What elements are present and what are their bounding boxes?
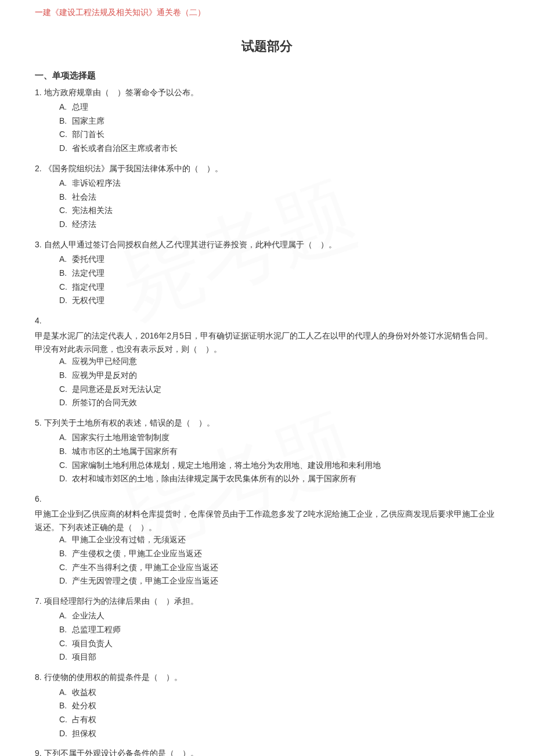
question-stem: 8. 行使物的使用权的前提条件是（ ）。 — [35, 671, 499, 683]
question: 8. 行使物的使用权的前提条件是（ ）。A.收益权B.处分权C.占有权D.担保权 — [35, 671, 499, 740]
question: 7. 项目经理部行为的法律后果由（ ）承担。A.企业法人B.总监理工程师C.项目… — [35, 595, 499, 664]
question-stem: 6. — [35, 492, 499, 505]
option-letter: A. — [59, 534, 72, 546]
option-text: 项目负责人 — [72, 639, 113, 648]
option: D.无权代理 — [59, 294, 499, 307]
question-stem-text: 行使物的使用权的前提条件是（ ）。 — [44, 672, 182, 682]
option: B.应视为甲是反对的 — [59, 369, 499, 382]
option-letter: D. — [59, 294, 72, 307]
option-text: 总监理工程师 — [72, 625, 121, 634]
option-letter: B. — [59, 624, 72, 636]
question: 9. 下列不属于外观设计必备条件的是（ ）。A.对产品的外表所作的设计B.适合于… — [35, 747, 499, 756]
question-number: 5. — [35, 418, 44, 427]
option-text: 应视为甲已经同意 — [72, 357, 137, 366]
option-letter: B. — [59, 548, 72, 560]
question-stem: 7. 项目经理部行为的法律后果由（ ）承担。 — [35, 595, 499, 607]
option: C.是同意还是反对无法认定 — [59, 383, 499, 396]
option-text: 是同意还是反对无法认定 — [72, 384, 161, 394]
question-number: 1. — [35, 88, 44, 97]
option-letter: B. — [59, 700, 72, 712]
question-number: 6. — [35, 494, 42, 503]
question-stem: 4. — [35, 314, 499, 327]
option: C.产生不当得利之债，甲施工企业应当返还 — [59, 561, 499, 574]
option: B.法定代理 — [59, 267, 499, 280]
question: 3. 自然人甲通过签订合同授权自然人乙代理其进行证券投资，此种代理属于（ ）。A… — [35, 238, 499, 307]
option-letter: C. — [59, 638, 72, 650]
option-text: 国家编制土地利用总体规划，规定土地用途，将土地分为农用地、建设用地和未利用地 — [72, 460, 381, 470]
option-text: 处分权 — [72, 701, 96, 710]
option-letter: D. — [59, 473, 72, 485]
option-text: 法定代理 — [72, 268, 104, 278]
option-text: 应视为甲是反对的 — [72, 370, 137, 380]
option-text: 非诉讼程序法 — [72, 178, 121, 188]
option-letter: D. — [59, 651, 72, 664]
option-letter: A. — [59, 431, 72, 444]
option: D.所签订的合同无效 — [59, 397, 499, 409]
option-letter: C. — [59, 561, 72, 574]
option-letter: C. — [59, 714, 72, 726]
options-list: A.企业法人B.总监理工程师C.项目负责人D.项目部 — [35, 610, 499, 664]
option: A.收益权 — [59, 686, 499, 699]
options-list: A.委托代理B.法定代理C.指定代理D.无权代理 — [35, 253, 499, 307]
option: A.总理 — [59, 101, 499, 114]
question: 1. 地方政府规章由（ ）签署命令予以公布。A.总理B.国家主席C.部门首长D.… — [35, 86, 499, 155]
option-letter: C. — [59, 281, 72, 294]
option: A.甲施工企业没有过错，无须返还 — [59, 534, 499, 546]
option: A.国家实行土地用途管制制度 — [59, 431, 499, 444]
option-text: 指定代理 — [72, 282, 104, 291]
option: B.处分权 — [59, 700, 499, 712]
option-text: 宪法相关法 — [72, 206, 113, 215]
option: D.省长或者自治区主席或者市长 — [59, 142, 499, 155]
option: A.委托代理 — [59, 253, 499, 266]
option-letter: A. — [59, 253, 72, 266]
option-letter: D. — [59, 575, 72, 588]
option-letter: A. — [59, 101, 72, 114]
option-text: 委托代理 — [72, 254, 104, 264]
option: C.宪法相关法 — [59, 204, 499, 217]
option-letter: C. — [59, 459, 72, 472]
section-title: 一、单项选择题 — [35, 69, 499, 82]
question-number: 7. — [35, 596, 44, 606]
option-letter: B. — [59, 369, 72, 382]
question: 5. 下列关于土地所有权的表述，错误的是（ ）。A.国家实行土地用途管制制度B.… — [35, 416, 499, 485]
question-body: 甲施工企业到乙供应商的材料仓库提货时，仓库保管员由于工作疏忽多发了2吨水泥给施工… — [35, 507, 499, 534]
option-letter: A. — [59, 177, 72, 190]
options-list: A.收益权B.处分权C.占有权D.担保权 — [35, 686, 499, 740]
option-text: 经济法 — [72, 219, 96, 229]
option: D.项目部 — [59, 651, 499, 664]
option-text: 农村和城市郊区的土地，除由法律规定属于农民集体所有的以外，属于国家所有 — [72, 474, 356, 483]
question-number: 2. — [35, 164, 44, 173]
main-title: 试题部分 — [35, 36, 499, 56]
question-number: 8. — [35, 672, 44, 682]
option-text: 社会法 — [72, 192, 96, 201]
question-stem: 3. 自然人甲通过签订合同授权自然人乙代理其进行证券投资，此种代理属于（ ）。 — [35, 238, 499, 251]
option-text: 城市市区的土地属于国家所有 — [72, 447, 178, 456]
option-letter: B. — [59, 115, 72, 128]
option-text: 省长或者自治区主席或者市长 — [72, 143, 178, 153]
option-text: 占有权 — [72, 715, 96, 724]
question: 6.甲施工企业到乙供应商的材料仓库提货时，仓库保管员由于工作疏忽多发了2吨水泥给… — [35, 492, 499, 588]
question: 4.甲是某水泥厂的法定代表人，2016年2月5日，甲有确切证据证明水泥厂的工人乙… — [35, 314, 499, 409]
option-letter: C. — [59, 383, 72, 396]
option: B.产生侵权之债，甲施工企业应当返还 — [59, 548, 499, 560]
option-text: 国家主席 — [72, 116, 104, 125]
option-letter: A. — [59, 686, 72, 699]
option-letter: C. — [59, 204, 72, 217]
question-stem-text: 《国务院组织法》属于我国法律体系中的（ ）。 — [44, 164, 223, 173]
question-number: 3. — [35, 240, 44, 249]
option: B.国家主席 — [59, 115, 499, 128]
option-text: 担保权 — [72, 729, 96, 738]
question-stem: 9. 下列不属于外观设计必备条件的是（ ）。 — [35, 747, 499, 756]
option: C.国家编制土地利用总体规划，规定土地用途，将土地分为农用地、建设用地和未利用地 — [59, 459, 499, 472]
option: B.城市市区的土地属于国家所有 — [59, 445, 499, 458]
question-stem: 2. 《国务院组织法》属于我国法律体系中的（ ）。 — [35, 162, 499, 175]
option: D.产生无因管理之债，甲施工企业应当返还 — [59, 575, 499, 588]
option-letter: B. — [59, 445, 72, 458]
document-header: 一建《建设工程法规及相关知识》通关卷（二） — [35, 6, 499, 19]
question-stem-text: 下列关于土地所有权的表述，错误的是（ ）。 — [44, 418, 215, 427]
option-letter: D. — [59, 218, 72, 231]
options-list: A.总理B.国家主席C.部门首长D.省长或者自治区主席或者市长 — [35, 101, 499, 155]
option: D.农村和城市郊区的土地，除由法律规定属于农民集体所有的以外，属于国家所有 — [59, 473, 499, 485]
option-letter: A. — [59, 610, 72, 622]
options-list: A.甲施工企业没有过错，无须返还B.产生侵权之债，甲施工企业应当返还C.产生不当… — [35, 534, 499, 588]
